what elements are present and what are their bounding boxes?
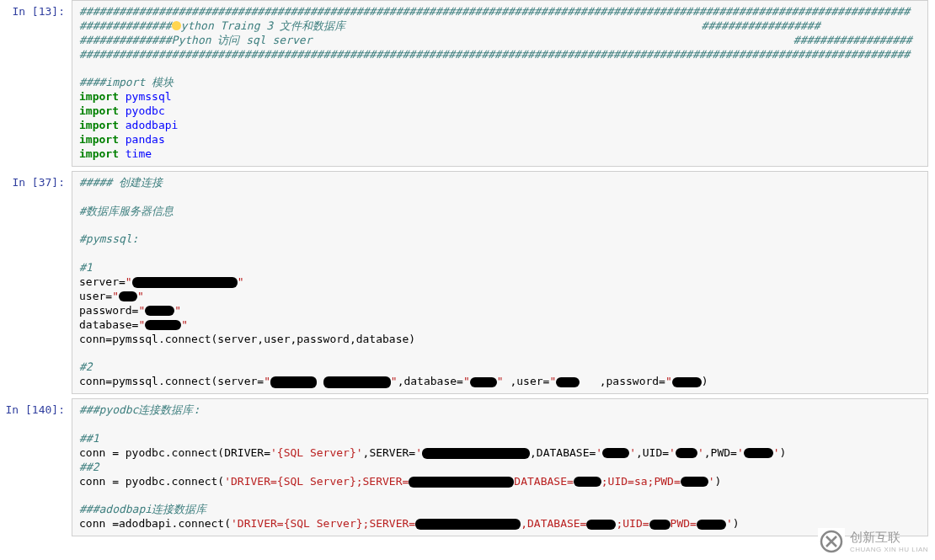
string: ": [665, 375, 672, 387]
comment-line: #pymssql:: [79, 232, 138, 245]
redacted-block: [586, 520, 616, 530]
string: 'DRIVER={SQL Server};SERVER=: [224, 475, 409, 488]
code-text: ): [715, 475, 722, 488]
string: ": [549, 375, 556, 387]
code-text: ,UID=: [636, 446, 669, 459]
string: ": [126, 275, 132, 288]
module-name: pandas: [126, 133, 165, 146]
code-input[interactable]: ###pyodbc连接数据库: ##1 conn = pyodbc.connec…: [72, 398, 928, 536]
redacted-block: [556, 377, 580, 387]
redacted-block: [270, 376, 317, 388]
comment-line: ########################################…: [79, 48, 910, 61]
redacted-block: [415, 519, 521, 530]
comment-line: ##2: [79, 461, 99, 473]
string: ": [264, 375, 270, 387]
string: ': [697, 446, 704, 459]
redacted-block: [409, 477, 514, 488]
redacted-block: [119, 291, 137, 301]
string: ': [708, 475, 715, 488]
keyword: import: [79, 147, 119, 160]
module-name: adodbapi: [126, 119, 179, 131]
comment-line: #1: [79, 261, 93, 274]
string: ': [726, 517, 733, 530]
string: ": [391, 375, 398, 387]
keyword: import: [79, 133, 119, 146]
watermark-text: 创新互联 CHUANG XIN HU LIAN: [850, 530, 928, 553]
cell-prompt: In [13]:: [0, 0, 72, 167]
string: 'DRIVER={SQL Server};SERVER=: [231, 517, 415, 530]
code-text: conn=pymssql.connect(server=: [79, 375, 264, 387]
code-cell: In [13]: ###############################…: [0, 0, 935, 167]
keyword: import: [79, 119, 119, 131]
code-text: conn = pyodbc.connect(: [79, 475, 224, 488]
code-text: user=: [79, 290, 112, 302]
redacted-block: [145, 306, 174, 316]
keyword: import: [79, 104, 119, 117]
string: '{SQL Server}': [270, 446, 363, 459]
comment-line: ##############: [79, 19, 172, 32]
redacted-block: [470, 377, 497, 387]
code-input[interactable]: ########################################…: [72, 0, 928, 167]
string: PWD=: [671, 517, 697, 530]
string: ": [497, 375, 504, 387]
module-name: pyodbc: [126, 104, 165, 117]
comment-line: ###pyodbc连接数据库:: [79, 403, 200, 416]
keyword: import: [79, 90, 119, 103]
brand-sub: CHUANG XIN HU LIAN: [850, 546, 928, 553]
redacted-block: [145, 320, 181, 330]
code-input[interactable]: ##### 创建连接 #数据库服务器信息 #pymssql: #1 server…: [72, 171, 928, 394]
string: ": [138, 318, 145, 331]
code-text: ,password=: [580, 375, 665, 387]
string: ": [174, 304, 181, 317]
code-text: ): [733, 517, 740, 530]
string: ': [415, 446, 422, 459]
redacted-block: [672, 377, 702, 387]
string: ': [669, 446, 676, 459]
string: ": [463, 375, 470, 387]
comment-line: #2: [79, 360, 93, 373]
comment-line: ####import 模块: [79, 76, 174, 88]
logo-icon: [818, 528, 845, 555]
code-text: password=: [79, 304, 138, 317]
string: ,DATABASE=: [521, 517, 586, 530]
redacted-block: [744, 448, 773, 458]
code-text: conn=pymssql.connect(server,user,passwor…: [79, 333, 415, 345]
redacted-block: [697, 520, 726, 530]
cell-prompt: In [37]:: [0, 171, 72, 394]
cell-prompt: In [140]:: [0, 398, 72, 536]
code-text: ): [780, 446, 787, 459]
code-text: ,SERVER=: [363, 446, 416, 459]
string: ': [596, 446, 602, 459]
code-text: database=: [79, 318, 138, 331]
comment-line: #数据库服务器信息: [79, 205, 174, 217]
code-text: conn = pyodbc.connect(DRIVER=: [79, 446, 270, 459]
string: ": [238, 275, 244, 288]
redacted-block: [676, 448, 697, 458]
redacted-block: [649, 520, 671, 530]
code-cell: In [140]: ###pyodbc连接数据库: ##1 conn = pyo…: [0, 398, 935, 536]
code-cell: In [37]: ##### 创建连接 #数据库服务器信息 #pymssql: …: [0, 171, 935, 394]
redacted-block: [323, 376, 391, 388]
string: ": [181, 318, 188, 331]
string: ;UID=sa;PWD=: [601, 475, 681, 488]
code-text: conn =adodbapi.connect(: [79, 517, 231, 530]
comment-line: ##############Python 访问 sql server #####…: [79, 34, 912, 46]
code-text: ,database=: [398, 375, 463, 387]
redacted-block: [574, 477, 601, 487]
string: ;UID=: [616, 517, 649, 530]
comment-line: ##1: [79, 432, 99, 445]
module-name: pymssql: [126, 90, 172, 103]
comment-line: ########################################…: [79, 5, 910, 18]
watermark: 创新互联 CHUANG XIN HU LIAN: [818, 528, 928, 555]
string: DATABASE=: [514, 475, 573, 488]
string: ": [138, 304, 145, 317]
module-name: time: [126, 147, 152, 160]
redacted-block: [602, 448, 629, 458]
comment-line: ###adodbapi连接数据库: [79, 503, 206, 515]
code-text: ,PWD=: [704, 446, 737, 459]
cursor-highlight: [172, 21, 181, 30]
code-text: ,DATABASE=: [530, 446, 596, 459]
string: ': [773, 446, 780, 459]
code-text: server=: [79, 275, 126, 288]
redacted-block: [681, 477, 708, 487]
